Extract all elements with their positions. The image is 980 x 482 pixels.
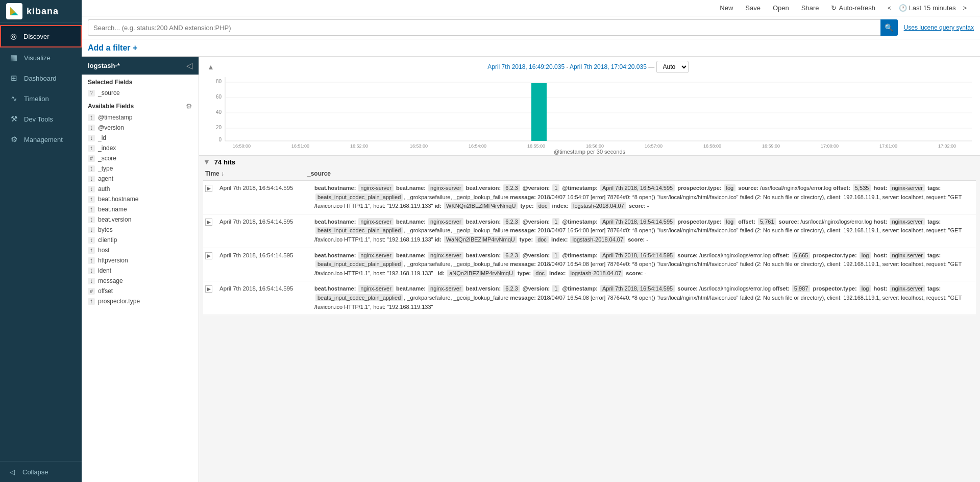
field-prospector-type[interactable]: t prospector.type [82, 296, 199, 306]
share-button[interactable]: Share [798, 3, 822, 13]
field-agent[interactable]: t agent [82, 174, 199, 184]
autorefresh-button[interactable]: ↻ Auto-refresh [828, 3, 878, 13]
log-row: ▶ April 7th 2018, 16:54:14.595 beat.host… [203, 248, 976, 282]
add-filter-button[interactable]: Add a filter + [88, 43, 137, 53]
index-pattern-header: logstash-* ◁ [82, 57, 199, 75]
sidebar-label-timelion: Timelion [24, 95, 49, 103]
field-type-message: t [88, 278, 95, 284]
row-toggle-1[interactable]: ▶ [203, 181, 215, 214]
field-beat-hostname[interactable]: t beat.hostname [82, 194, 199, 204]
svg-text:16:57:00: 16:57:00 [645, 143, 663, 149]
histogram-collapse-down[interactable]: ▼ [203, 158, 210, 166]
field-id[interactable]: t _id [82, 133, 199, 143]
selected-fields-title: Selected Fields [82, 75, 199, 88]
field-type-offset: # [88, 288, 95, 295]
field-name-bytes: bytes [98, 226, 113, 233]
save-button[interactable]: Save [742, 3, 764, 13]
field-auth[interactable]: t auth [82, 184, 199, 194]
field-type-source: ? [88, 90, 95, 97]
field-index[interactable]: t _index [82, 143, 199, 153]
kibana-logo-icon [6, 3, 22, 19]
fields-settings-button[interactable]: ⚙ [186, 102, 192, 110]
histogram-bar-main [531, 83, 547, 141]
dashboard-icon: ⊞ [9, 73, 19, 83]
field-name-prospector: prospector.type [98, 298, 140, 305]
svg-text:60: 60 [216, 94, 222, 100]
time-range-display: April 7th 2018, 16:49:20.035 - April 7th… [487, 61, 688, 73]
svg-text:17:00:00: 17:00:00 [821, 143, 839, 149]
time-next-button[interactable]: > [960, 3, 970, 13]
search-submit-button[interactable]: 🔍 [880, 19, 898, 36]
kibana-logo-text: kibana [27, 6, 59, 17]
search-input[interactable] [88, 19, 881, 36]
sidebar-item-devtools[interactable]: ⚒ Dev Tools [0, 109, 82, 129]
sidebar-item-visualize[interactable]: ▦ Visualize [0, 47, 82, 68]
field-type-beat-version: t [88, 216, 95, 223]
field-type-field[interactable]: t _type [82, 163, 199, 174]
field-beat-version[interactable]: t beat.version [82, 214, 199, 225]
collapse-button[interactable]: ◁ Collapse [7, 467, 75, 477]
expand-icon-1[interactable]: ▶ [205, 185, 212, 192]
field-timestamp[interactable]: t @timestamp [82, 112, 199, 123]
field-offset[interactable]: # offset [82, 286, 199, 296]
histogram-collapse-up[interactable]: ▲ [207, 63, 214, 71]
field-version[interactable]: t @version [82, 123, 199, 133]
svg-text:16:58:00: 16:58:00 [703, 143, 721, 149]
field-type-httpversion: t [88, 257, 95, 264]
interval-select[interactable]: Auto 1s 5s 30s 1m [656, 61, 689, 73]
log-time-3: April 7th 2018, 16:54:14.595 [215, 248, 310, 281]
field-type-auth: t [88, 186, 95, 192]
lucene-syntax-link[interactable]: Uses lucene query syntax [904, 24, 974, 31]
field-beat-name[interactable]: t beat.name [82, 204, 199, 214]
field-type-host: t [88, 247, 95, 254]
field-name-score: _score [98, 155, 116, 162]
field-type-type: t [88, 165, 95, 172]
autorefresh-label: Auto-refresh [839, 4, 875, 12]
field-name-beat-name: beat.name [98, 206, 127, 213]
svg-text:20: 20 [216, 125, 222, 130]
row-toggle-3[interactable]: ▶ [203, 248, 215, 281]
sidebar-item-discover[interactable]: ◎ Discover [0, 25, 82, 47]
field-message[interactable]: t message [82, 276, 199, 286]
field-clientip[interactable]: t clientip [82, 235, 199, 245]
field-name-host: host [98, 247, 110, 254]
open-button[interactable]: Open [770, 3, 792, 13]
row-toggle-4[interactable]: ▶ [203, 281, 215, 315]
field-name-id: _id [98, 134, 106, 141]
svg-text:40: 40 [216, 109, 222, 115]
expand-icon-4[interactable]: ▶ [205, 285, 212, 293]
field-score[interactable]: # _score [82, 153, 199, 163]
field-name-clientip: clientip [98, 236, 117, 244]
expand-icon-2[interactable]: ▶ [205, 219, 212, 226]
time-range-start: April 7th 2018, 16:49:20.035 [487, 63, 565, 70]
x-axis-label: @timestamp per 30 seconds [207, 149, 972, 155]
panel-collapse-button[interactable]: ◁ [186, 61, 192, 70]
log-source-2: beat.hostname: nginx-server beat.name: n… [310, 214, 976, 248]
sidebar-item-timelion[interactable]: ∿ Timelion [0, 88, 82, 109]
new-button[interactable]: New [717, 3, 736, 13]
expand-icon-3[interactable]: ▶ [205, 252, 212, 259]
time-picker-button[interactable]: 🕐 Last 15 minutes [896, 3, 959, 13]
field-ident[interactable]: t ident [82, 266, 199, 276]
sidebar-item-management[interactable]: ⚙ Management [0, 129, 82, 150]
field-httpversion[interactable]: t httpversion [82, 255, 199, 266]
field-name-source: _source [98, 89, 120, 97]
sidebar-item-dashboard[interactable]: ⊞ Dashboard [0, 68, 82, 88]
field-bytes[interactable]: t bytes [82, 225, 199, 235]
field-source[interactable]: ? _source [82, 88, 199, 98]
hits-count: 74 hits [214, 158, 235, 166]
field-host[interactable]: t host [82, 245, 199, 255]
row-toggle-2[interactable]: ▶ [203, 214, 215, 248]
svg-text:16:59:00: 16:59:00 [762, 143, 780, 149]
field-name-ident: ident [98, 267, 111, 274]
topnav-actions: New Save Open Share ↻ Auto-refresh < 🕐 L… [88, 3, 974, 13]
visualize-icon: ▦ [9, 53, 19, 63]
refresh-icon: ↻ [831, 4, 837, 12]
sidebar-label-management: Management [24, 136, 63, 143]
collapse-icon: ◁ [7, 467, 17, 477]
sidebar: kibana ◎ Discover ▦ Visualize ⊞ Dashboar… [0, 0, 82, 482]
time-prev-button[interactable]: < [885, 3, 895, 13]
svg-text:16:56:00: 16:56:00 [586, 143, 604, 149]
log-source-4: beat.hostname: nginx-server beat.name: n… [310, 281, 976, 315]
field-type-prospector: t [88, 298, 95, 305]
